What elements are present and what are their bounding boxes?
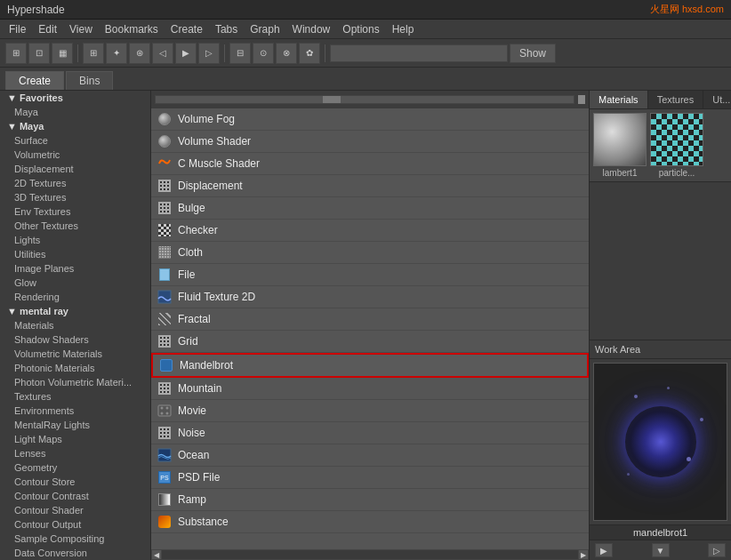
menu-tabs[interactable]: Tabs bbox=[210, 21, 243, 37]
tree-imageplanes[interactable]: Image Planes bbox=[0, 261, 150, 276]
tree-mr-photonic[interactable]: Photonic Materials bbox=[0, 361, 150, 375]
tab-utilities[interactable]: Ut... bbox=[703, 91, 731, 108]
menu-bookmarks[interactable]: Bookmarks bbox=[100, 21, 164, 37]
tab-create[interactable]: Create bbox=[5, 71, 64, 90]
list-item-cloth[interactable]: Cloth bbox=[151, 242, 589, 264]
list-item-ramp[interactable]: Ramp bbox=[151, 489, 589, 511]
tree-3dtextures[interactable]: 3D Textures bbox=[0, 190, 150, 204]
tree-mr-lightmaps[interactable]: Light Maps bbox=[0, 432, 150, 446]
toolbar-btn-13[interactable]: ✿ bbox=[299, 43, 320, 64]
tree-envtextures[interactable]: Env Textures bbox=[0, 204, 150, 219]
tree-glow[interactable]: Glow bbox=[0, 276, 150, 290]
toolbar-btn-7[interactable]: ◁ bbox=[152, 43, 173, 64]
toolbar-btn-8[interactable]: ▶ bbox=[175, 43, 197, 64]
toolbar-btn-4[interactable]: ⊞ bbox=[83, 43, 104, 64]
tree-mr-dataconv[interactable]: Data Conversion bbox=[0, 546, 150, 560]
fractal-icon bbox=[157, 311, 173, 327]
toolbar-btn-9[interactable]: ▷ bbox=[198, 43, 220, 64]
forward-btn[interactable]: ▷ bbox=[708, 543, 726, 557]
tree-mr-contourcontrast[interactable]: Contour Contrast bbox=[0, 489, 150, 503]
toolbar-btn-11[interactable]: ⊙ bbox=[253, 43, 274, 64]
toolbar-btn-2[interactable]: ⊡ bbox=[28, 43, 50, 64]
menu-file[interactable]: File bbox=[4, 21, 31, 37]
toolbar-btn-5[interactable]: ✦ bbox=[106, 43, 127, 64]
item-label-cloth: Cloth bbox=[178, 246, 203, 259]
menu-options[interactable]: Options bbox=[337, 21, 384, 37]
list-item-volumefog[interactable]: Volume Fog bbox=[151, 108, 589, 131]
toolbar-btn-6[interactable]: ⊛ bbox=[129, 43, 150, 64]
tree-rendering[interactable]: Rendering bbox=[0, 290, 150, 304]
tree-mr-lights[interactable]: MentalRay Lights bbox=[0, 418, 150, 432]
tree-2dtextures[interactable]: 2D Textures bbox=[0, 176, 150, 190]
tab-bins[interactable]: Bins bbox=[66, 71, 113, 90]
toolbar-sep-3 bbox=[325, 44, 325, 62]
tree-mr-lenses[interactable]: Lenses bbox=[0, 446, 150, 460]
tree-mr-geometry[interactable]: Geometry bbox=[0, 460, 150, 475]
list-item-displacement[interactable]: Displacement bbox=[151, 175, 589, 197]
tree-mr-materials[interactable]: Materials bbox=[0, 318, 150, 332]
item-label-grid: Grid bbox=[178, 335, 198, 348]
tree-utilities[interactable]: Utilities bbox=[0, 247, 150, 261]
scroll-right-btn[interactable]: ▶ bbox=[578, 549, 589, 560]
tree-othertextures[interactable]: Other Textures bbox=[0, 219, 150, 233]
menu-help[interactable]: Help bbox=[387, 21, 420, 37]
tree-mr-volmat[interactable]: Volumetric Materials bbox=[0, 347, 150, 361]
tree-mr-contourshader[interactable]: Contour Shader bbox=[0, 503, 150, 517]
tree-mr-photonvol[interactable]: Photon Volumetric Materi... bbox=[0, 375, 150, 389]
thumbnail-particle[interactable]: particle... bbox=[650, 113, 703, 178]
menu-view[interactable]: View bbox=[64, 21, 98, 37]
menu-graph[interactable]: Graph bbox=[245, 21, 285, 37]
menu-create[interactable]: Create bbox=[165, 21, 208, 37]
tree-volumetric[interactable]: Volumetric bbox=[0, 148, 150, 162]
list-item-grid[interactable]: Grid bbox=[151, 331, 589, 353]
list-item-mandelbrot[interactable]: Mandelbrot bbox=[151, 353, 589, 378]
tree-mr-contourstore[interactable]: Contour Store bbox=[0, 475, 150, 489]
h-scroll-track[interactable] bbox=[162, 550, 578, 559]
tree-mr-environments[interactable]: Environments bbox=[0, 404, 150, 418]
list-item-psdfile[interactable]: PS PSD File bbox=[151, 467, 589, 489]
list-item-bulge[interactable]: Bulge bbox=[151, 197, 589, 220]
bulge-icon bbox=[157, 200, 173, 216]
toolbar-btn-1[interactable]: ⊞ bbox=[5, 43, 27, 64]
cloth-icon bbox=[157, 244, 173, 260]
list-item-checker[interactable]: Checker bbox=[151, 220, 589, 242]
list-item-file[interactable]: File bbox=[151, 264, 589, 286]
tree-mr-shadow[interactable]: Shadow Shaders bbox=[0, 332, 150, 347]
list-item-ocean[interactable]: Ocean bbox=[151, 444, 589, 467]
toolbar-btn-10[interactable]: ⊟ bbox=[229, 43, 251, 64]
tree-surface[interactable]: Surface bbox=[0, 133, 150, 148]
show-button[interactable]: Show bbox=[510, 44, 556, 63]
menu-window[interactable]: Window bbox=[287, 21, 336, 37]
tree-lights[interactable]: Lights bbox=[0, 233, 150, 247]
menu-edit[interactable]: Edit bbox=[33, 21, 62, 37]
grid-icon bbox=[157, 333, 173, 349]
search-input[interactable] bbox=[330, 44, 508, 62]
scroll-left-btn[interactable]: ◀ bbox=[151, 549, 162, 560]
h-scroll-thumb[interactable] bbox=[323, 96, 341, 103]
down-btn[interactable]: ▼ bbox=[652, 543, 670, 557]
tree-mr-textures[interactable]: Textures bbox=[0, 389, 150, 404]
tree-mr-contouroutput[interactable]: Contour Output bbox=[0, 517, 150, 532]
h-scroll-bar[interactable] bbox=[155, 95, 574, 104]
list-item-volumeshader[interactable]: Volume Shader bbox=[151, 131, 589, 153]
list-item-mountain[interactable]: Mountain bbox=[151, 378, 589, 400]
toolbar-btn-3[interactable]: ▦ bbox=[52, 43, 73, 64]
list-item-cmuscleshader[interactable]: C Muscle Shader bbox=[151, 153, 589, 175]
list-item-movie[interactable]: Movie bbox=[151, 400, 589, 422]
list-item-noise[interactable]: Noise bbox=[151, 422, 589, 444]
particle-checker-preview bbox=[650, 113, 703, 166]
tree-displacement[interactable]: Displacement bbox=[0, 162, 150, 176]
list-item-substance[interactable]: Substance bbox=[151, 511, 589, 533]
toolbar-btn-12[interactable]: ⊗ bbox=[276, 43, 297, 64]
tree-maya-fav[interactable]: Maya bbox=[0, 105, 150, 119]
list-item-fractal[interactable]: Fractal bbox=[151, 308, 589, 331]
tree-mentalray[interactable]: ▼ mental ray bbox=[0, 304, 150, 318]
tab-materials[interactable]: Materials bbox=[590, 91, 648, 108]
tree-mr-samplecomp[interactable]: Sample Compositing bbox=[0, 532, 150, 546]
tree-favorites[interactable]: ▼ Favorites bbox=[0, 91, 150, 105]
thumbnail-lambert1[interactable]: lambert1 bbox=[593, 113, 647, 178]
tree-maya[interactable]: ▼ Maya bbox=[0, 119, 150, 133]
play-btn[interactable]: ▶ bbox=[595, 543, 613, 557]
list-item-fluidtexture2d[interactable]: Fluid Texture 2D bbox=[151, 286, 589, 308]
tab-textures[interactable]: Textures bbox=[648, 91, 704, 108]
